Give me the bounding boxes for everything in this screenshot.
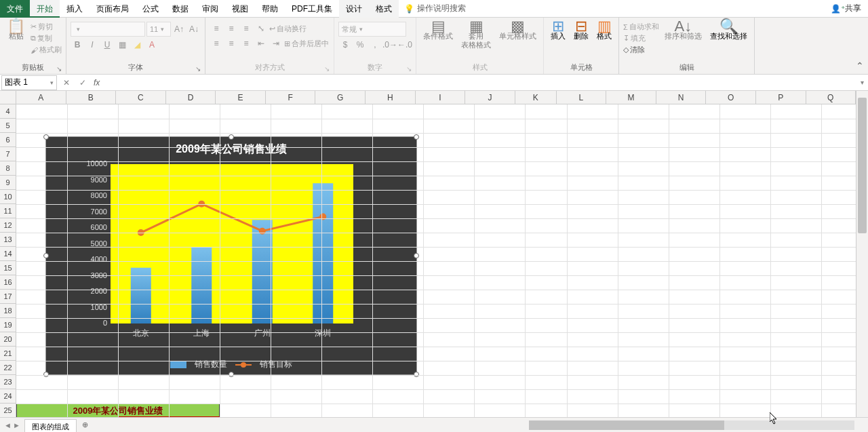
tab-home[interactable]: 开始 <box>30 0 60 18</box>
name-box-dropdown-icon[interactable]: ▾ <box>50 79 54 86</box>
find-select-button[interactable]: 🔍查找和选择 <box>707 22 750 41</box>
cell-styles-button[interactable]: ▩单元格样式 <box>496 22 539 41</box>
orientation-icon[interactable]: ⤡ <box>254 22 268 35</box>
font-size-combo[interactable]: 11▾ <box>146 22 171 37</box>
name-box[interactable]: 图表 1 ▾ <box>1 75 57 90</box>
align-top-icon[interactable]: ≡ <box>210 22 223 35</box>
fx-icon[interactable]: fx <box>91 78 102 87</box>
formula-input[interactable] <box>102 75 856 90</box>
column-header[interactable]: L <box>557 91 607 104</box>
row-header[interactable]: 23 <box>0 375 16 389</box>
cells-area[interactable]: 2009年某公司销售业绩 010002000300040005000600070… <box>16 104 856 418</box>
align-center-icon[interactable]: ≡ <box>224 37 238 50</box>
tab-pagelayout[interactable]: 页面布局 <box>90 0 136 18</box>
chart-title[interactable]: 2009年某公司销售业绩 <box>46 137 416 159</box>
column-header[interactable]: J <box>465 91 515 104</box>
horizontal-scrollbar[interactable] <box>529 420 854 430</box>
column-header[interactable]: B <box>66 91 117 104</box>
number-launcher[interactable]: ↘ <box>406 65 412 73</box>
tab-data[interactable]: 数据 <box>165 0 195 18</box>
row-header[interactable]: 22 <box>0 361 16 375</box>
fill-button[interactable]: ↧填充 <box>623 33 659 43</box>
confirm-formula-icon[interactable]: ✓ <box>75 78 91 87</box>
chart-plot-area[interactable] <box>111 164 353 323</box>
sheet-add-button[interactable]: ⊕ <box>77 420 94 429</box>
tab-pdf[interactable]: PDF工具集 <box>285 0 339 18</box>
row-header[interactable]: 16 <box>0 275 16 290</box>
tab-chart-design[interactable]: 设计 <box>339 0 369 18</box>
fill-color-button[interactable]: ◢ <box>130 38 144 52</box>
column-header[interactable]: P <box>756 91 806 104</box>
delete-cells-button[interactable]: ⊟删除 <box>571 22 591 41</box>
row-header[interactable]: 11 <box>0 204 16 218</box>
resize-handle-w[interactable] <box>43 253 49 258</box>
row-header[interactable]: 5 <box>0 119 16 133</box>
row-header[interactable]: 20 <box>0 332 16 347</box>
column-header[interactable]: I <box>416 91 466 104</box>
currency-icon[interactable]: $ <box>338 38 352 52</box>
indent-increase-icon[interactable]: ⇥ <box>269 37 283 50</box>
wrap-text-button[interactable]: ↩自动换行 <box>269 24 307 34</box>
copy-button[interactable]: ⧉复制 <box>31 33 62 43</box>
chart-object[interactable]: 2009年某公司销售业绩 010002000300040005000600070… <box>45 136 417 375</box>
vscroll-thumb[interactable] <box>858 98 867 233</box>
row-header[interactable]: 6 <box>0 133 16 147</box>
font-color-button[interactable]: A <box>145 38 159 52</box>
resize-handle-e[interactable] <box>414 253 419 258</box>
cut-button[interactable]: ✂剪切 <box>31 22 62 32</box>
hscroll-thumb[interactable] <box>529 420 724 430</box>
column-header[interactable]: M <box>606 91 656 104</box>
decrease-font-icon[interactable]: A↓ <box>187 22 201 36</box>
sheet-tab-active[interactable]: 图表的组成 <box>24 419 77 433</box>
clear-button[interactable]: ◇清除 <box>623 45 659 55</box>
column-header[interactable]: F <box>266 91 316 104</box>
alignment-launcher[interactable]: ↘ <box>324 65 330 73</box>
resize-handle-se[interactable] <box>414 372 419 377</box>
row-header[interactable]: 24 <box>0 389 16 404</box>
conditional-formatting-button[interactable]: ▤条件格式 <box>420 22 456 41</box>
column-header[interactable]: E <box>216 91 266 104</box>
border-button[interactable]: ▦ <box>115 38 129 52</box>
number-format-combo[interactable]: 常规▾ <box>338 22 406 37</box>
italic-button[interactable]: I <box>85 38 99 52</box>
tab-view[interactable]: 视图 <box>225 0 255 18</box>
font-launcher[interactable]: ↘ <box>195 65 201 73</box>
ribbon-collapse-button[interactable]: ⌃ <box>852 18 868 74</box>
tab-chart-format[interactable]: 格式 <box>369 0 399 18</box>
row-header[interactable]: 9 <box>0 176 16 190</box>
cancel-formula-icon[interactable]: ✕ <box>58 78 75 87</box>
align-bottom-icon[interactable]: ≡ <box>239 22 253 35</box>
select-all-button[interactable] <box>0 91 16 104</box>
format-painter-button[interactable]: 🖌格式刷 <box>31 45 62 55</box>
resize-handle-nw[interactable] <box>43 134 49 140</box>
align-right-icon[interactable]: ≡ <box>239 37 253 50</box>
font-family-combo[interactable]: ▾ <box>71 22 145 37</box>
indent-decrease-icon[interactable]: ⇤ <box>254 37 268 50</box>
formula-expand-icon[interactable]: ▾ <box>856 79 868 86</box>
resize-handle-sw[interactable] <box>43 372 49 377</box>
row-header[interactable]: 14 <box>0 247 16 261</box>
column-header[interactable]: N <box>656 91 707 104</box>
row-header[interactable]: 4 <box>0 104 16 119</box>
tell-me-search[interactable]: 💡 操作说明搜索 <box>399 3 471 14</box>
tab-review[interactable]: 审阅 <box>195 0 225 18</box>
bold-button[interactable]: B <box>71 38 84 52</box>
tab-insert[interactable]: 插入 <box>60 0 90 18</box>
row-header[interactable]: 10 <box>0 190 16 204</box>
row-header[interactable]: 8 <box>0 161 16 176</box>
percent-icon[interactable]: % <box>353 38 367 52</box>
column-header[interactable]: H <box>366 91 416 104</box>
column-header[interactable]: Q <box>806 91 856 104</box>
sheet-nav-next-icon[interactable]: ► <box>13 421 20 429</box>
row-header[interactable]: 19 <box>0 318 16 332</box>
increase-font-icon[interactable]: A↑ <box>172 22 186 36</box>
column-header[interactable]: C <box>116 91 166 104</box>
row-header[interactable]: 25 <box>0 404 16 418</box>
clipboard-launcher[interactable]: ↘ <box>56 65 62 73</box>
comma-icon[interactable]: , <box>368 38 382 52</box>
format-cells-button[interactable]: ▥格式 <box>594 22 614 41</box>
sheet-nav-prev-icon[interactable]: ◄ <box>4 421 12 429</box>
column-header[interactable]: D <box>166 91 216 104</box>
format-as-table-button[interactable]: ▦套用 表格格式 <box>458 22 494 50</box>
tab-help[interactable]: 帮助 <box>255 0 285 18</box>
